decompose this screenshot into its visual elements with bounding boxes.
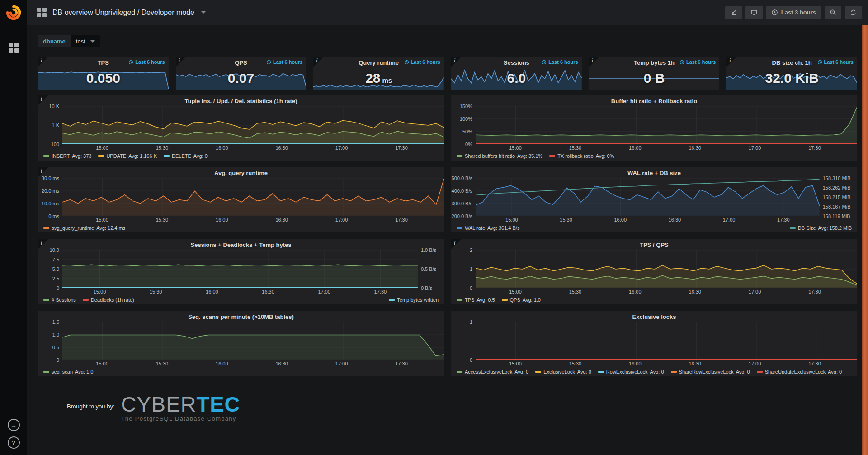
legend-item-delete[interactable]: DELETEAvg: 0 bbox=[164, 153, 208, 159]
stat-panel-title[interactable]: Sessions bbox=[504, 59, 529, 66]
stat-panel-title[interactable]: DB size ch. 1h bbox=[772, 59, 812, 66]
chart-panel-tuple-stats: iTuple Ins. / Upd. / Del. statistics (1h… bbox=[38, 95, 444, 161]
stat-value-number: 6.0 bbox=[507, 71, 526, 86]
legend-series-name: ShareRowExclusiveLock bbox=[679, 369, 734, 374]
x-tick-label: 16:30 bbox=[275, 361, 288, 366]
legend-item-tps[interactable]: TPSAvg: 0.5 bbox=[457, 297, 495, 303]
dashboards-icon[interactable] bbox=[9, 43, 19, 53]
help-icon[interactable]: ? bbox=[8, 436, 20, 449]
x-tick-label: 15:30 bbox=[156, 217, 169, 223]
plot-area[interactable] bbox=[476, 322, 857, 360]
legend-series-name: INSERT bbox=[52, 153, 70, 159]
plot-area[interactable] bbox=[62, 178, 444, 216]
legend-series-name: QPS bbox=[510, 297, 520, 303]
legend-item-rowexclusivelock[interactable]: RowExclusiveLockAvg: 0 bbox=[598, 369, 664, 374]
legend-item-tx-rollback-ratio[interactable]: TX rollback ratioAvg: 0% bbox=[549, 153, 614, 159]
legend-item-shared-buffers-hit-ratio[interactable]: Shared buffers hit ratioAvg: 35.1% bbox=[457, 153, 542, 159]
dashboard-content: dbname test iTPSLast 6 hours0.050iQPSLas… bbox=[27, 25, 868, 422]
chart-panel-title[interactable]: TPS / QPS bbox=[640, 242, 669, 248]
legend-item-update[interactable]: UPDATEAvg: 1.166 K bbox=[98, 153, 157, 159]
refresh-button[interactable] bbox=[845, 6, 862, 19]
zoom-out-button[interactable] bbox=[825, 6, 841, 19]
share-button[interactable] bbox=[725, 6, 742, 19]
info-corner[interactable] bbox=[176, 57, 186, 67]
dashboard-title-menu[interactable]: DB overview Unprivileged / Developer mod… bbox=[37, 8, 206, 17]
legend: # SessionsDeadlocks (1h rate)Temp bytes … bbox=[38, 295, 444, 304]
plot-area[interactable] bbox=[62, 106, 444, 144]
legend-swatch bbox=[502, 299, 508, 301]
legend-item-avg-query-runtime[interactable]: avg_query_runtimeAvg: 12.4 ms bbox=[43, 225, 125, 231]
legend-item-wal-rate[interactable]: WAL rateAvg: 361.4 B/s bbox=[457, 225, 519, 231]
legend-item-sharerowexclusivelock[interactable]: ShareRowExclusiveLockAvg: 0 bbox=[671, 369, 750, 374]
legend-item-exclusivelock[interactable]: ExclusiveLockAvg: 0 bbox=[535, 369, 591, 374]
panel-time-label: Last 6 hours bbox=[135, 59, 165, 65]
chart-body: 10 K1 K100 bbox=[38, 106, 444, 144]
legend-item-seq-scan[interactable]: seq_scanAvg: 1.0 bbox=[43, 369, 93, 374]
cycle-view-button[interactable] bbox=[745, 6, 763, 19]
stat-panel-sessions: iSessionsLast 6 hours6.0 bbox=[451, 57, 582, 90]
x-tick-label: 16:00 bbox=[629, 145, 642, 151]
chevron-down-icon bbox=[90, 40, 95, 43]
info-corner[interactable] bbox=[589, 57, 599, 67]
legend-item-temp-bytes-written[interactable]: Temp bytes written bbox=[389, 297, 439, 303]
y-tick-label: 10 K bbox=[49, 104, 59, 109]
chart-panel-title[interactable]: Seq. scans per minute (>10MB tables) bbox=[188, 313, 294, 320]
stat-panel-title[interactable]: Temp bytes 1h bbox=[634, 59, 675, 66]
info-corner[interactable] bbox=[38, 239, 48, 249]
info-corner[interactable] bbox=[313, 57, 323, 67]
chart-panel-title[interactable]: WAL rate + DB size bbox=[627, 170, 681, 176]
y-tick-label: 0 bbox=[57, 285, 59, 291]
plot-area[interactable] bbox=[476, 178, 820, 216]
x-tick-label: 16:00 bbox=[216, 361, 228, 366]
page-title[interactable]: DB overview Unprivileged / Developer mod… bbox=[52, 9, 194, 17]
sign-in-icon[interactable]: → bbox=[8, 419, 20, 431]
legend: seq_scanAvg: 1.0 bbox=[38, 367, 444, 376]
x-tick-label: 15:30 bbox=[569, 361, 582, 366]
panel-time-override[interactable]: Last 6 hours bbox=[128, 59, 165, 65]
chart-panel-title[interactable]: Sessions + Deadlocks + Temp bytes bbox=[190, 242, 291, 248]
stat-panel-title[interactable]: Query runtime bbox=[359, 59, 399, 66]
chart-panel-title[interactable]: Tuple Ins. / Upd. / Del. statistics (1h … bbox=[185, 98, 297, 104]
plot-area[interactable] bbox=[476, 250, 857, 288]
info-corner[interactable] bbox=[38, 95, 48, 105]
legend-item-shareupdateexclusivelock[interactable]: ShareUpdateExclusiveLockAvg: 0 bbox=[757, 369, 842, 374]
x-tick-label: 16:30 bbox=[669, 217, 681, 223]
legend-item-db-size[interactable]: DB SizeAvg: 158.2 MiB bbox=[790, 225, 852, 231]
panel-time-override[interactable]: Last 6 hours bbox=[404, 59, 440, 65]
y-tick-label: 1 K bbox=[52, 123, 59, 128]
legend-item-qps[interactable]: QPSAvg: 1.0 bbox=[502, 297, 541, 303]
x-tick-label: 16:00 bbox=[614, 217, 627, 223]
stat-panel-title[interactable]: TPS bbox=[98, 59, 109, 66]
brand-tec: TEC bbox=[196, 392, 240, 416]
time-range-label: Last 3 hours bbox=[781, 9, 816, 16]
chart-panel-title[interactable]: Exclusive locks bbox=[632, 313, 676, 320]
plot-area[interactable] bbox=[62, 250, 418, 288]
legend-swatch bbox=[164, 155, 170, 157]
panel-time-override[interactable]: Last 6 hours bbox=[266, 59, 302, 65]
panel-time-override[interactable]: Last 6 hours bbox=[817, 59, 854, 65]
time-picker-button[interactable]: Last 3 hours bbox=[766, 6, 821, 19]
stat-panel-title[interactable]: QPS bbox=[235, 59, 247, 66]
panel-time-override[interactable]: Last 6 hours bbox=[542, 59, 578, 65]
chart-panel-title[interactable]: Avg. query runtime bbox=[214, 170, 268, 176]
info-corner[interactable] bbox=[451, 239, 461, 249]
legend-item-accessexclusivelock[interactable]: AccessExclusiveLockAvg: 0 bbox=[457, 369, 528, 374]
info-corner[interactable] bbox=[38, 167, 48, 177]
chart-panel-header: Sessions + Deadlocks + Temp bytes bbox=[38, 239, 444, 250]
legend-item-deadlocks-1h-rate[interactable]: Deadlocks (1h rate) bbox=[83, 297, 134, 303]
variable-dropdown[interactable]: test bbox=[71, 35, 100, 47]
info-corner[interactable] bbox=[38, 57, 48, 67]
legend-item-sessions[interactable]: # Sessions bbox=[43, 297, 76, 303]
info-corner[interactable] bbox=[451, 57, 461, 67]
plot-area[interactable] bbox=[476, 106, 857, 144]
x-tick-label: 16:00 bbox=[216, 217, 228, 223]
plot-area[interactable] bbox=[62, 322, 444, 360]
panel-time-override[interactable]: Last 6 hours bbox=[679, 59, 716, 65]
scrollbar[interactable] bbox=[862, 25, 868, 455]
legend-series-name: UPDATE bbox=[106, 153, 126, 159]
x-tick-label: 17:00 bbox=[749, 361, 761, 366]
info-corner[interactable] bbox=[726, 57, 736, 67]
grafana-logo[interactable] bbox=[0, 0, 27, 25]
chart-panel-title[interactable]: Buffer hit ratio + Rollback ratio bbox=[611, 98, 697, 104]
legend-item-insert[interactable]: INSERTAvg: 373 bbox=[43, 153, 91, 159]
